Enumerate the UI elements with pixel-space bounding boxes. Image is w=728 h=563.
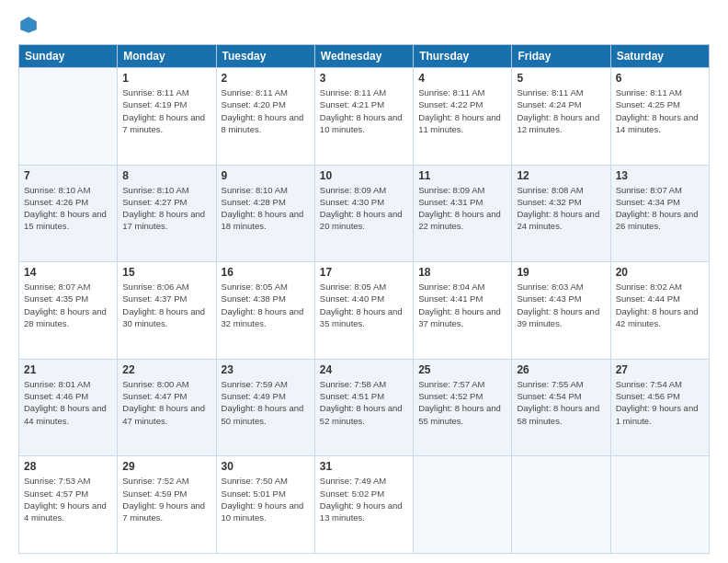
- table-row: [512, 456, 610, 554]
- day-number: 5: [517, 72, 605, 85]
- calendar-week-2: 7 Sunrise: 8:10 AMSunset: 4:26 PMDayligh…: [19, 165, 710, 262]
- day-info: Sunrise: 7:54 AMSunset: 4:56 PMDaylight:…: [616, 378, 704, 427]
- day-number: 28: [24, 460, 112, 473]
- day-number: 29: [122, 460, 210, 473]
- table-row: 11 Sunrise: 8:09 AMSunset: 4:31 PMDaylig…: [414, 165, 512, 262]
- table-row: 16 Sunrise: 8:05 AMSunset: 4:38 PMDaylig…: [216, 262, 314, 360]
- calendar-week-4: 21 Sunrise: 8:01 AMSunset: 4:46 PMDaylig…: [19, 359, 710, 456]
- table-row: 24 Sunrise: 7:58 AMSunset: 4:51 PMDaylig…: [314, 359, 413, 456]
- col-header-sunday: Sunday: [19, 45, 118, 68]
- day-number: 18: [418, 266, 506, 279]
- calendar-table: SundayMondayTuesdayWednesdayThursdayFrid…: [18, 44, 710, 554]
- day-number: 27: [616, 363, 704, 376]
- day-info: Sunrise: 8:11 AMSunset: 4:19 PMDaylight:…: [122, 86, 210, 135]
- day-number: 15: [122, 266, 210, 279]
- day-number: 31: [320, 460, 408, 473]
- day-info: Sunrise: 8:03 AMSunset: 4:43 PMDaylight:…: [517, 281, 605, 329]
- day-number: 20: [616, 266, 704, 279]
- table-row: 3 Sunrise: 8:11 AMSunset: 4:21 PMDayligh…: [314, 68, 413, 166]
- day-info: Sunrise: 7:59 AMSunset: 4:49 PMDaylight:…: [222, 378, 310, 427]
- table-row: 21 Sunrise: 8:01 AMSunset: 4:46 PMDaylig…: [19, 359, 118, 456]
- logo: [18, 15, 40, 35]
- col-header-wednesday: Wednesday: [314, 45, 413, 68]
- day-info: Sunrise: 8:01 AMSunset: 4:46 PMDaylight:…: [24, 378, 112, 427]
- day-info: Sunrise: 8:05 AMSunset: 4:40 PMDaylight:…: [320, 281, 408, 329]
- day-number: 12: [517, 169, 605, 182]
- day-info: Sunrise: 8:10 AMSunset: 4:26 PMDaylight:…: [24, 184, 112, 233]
- table-row: 13 Sunrise: 8:07 AMSunset: 4:34 PMDaylig…: [610, 165, 709, 262]
- day-info: Sunrise: 8:11 AMSunset: 4:22 PMDaylight:…: [418, 86, 506, 135]
- day-info: Sunrise: 8:09 AMSunset: 4:30 PMDaylight:…: [320, 184, 408, 233]
- day-info: Sunrise: 8:10 AMSunset: 4:28 PMDaylight:…: [222, 184, 310, 233]
- page: SundayMondayTuesdayWednesdayThursdayFrid…: [0, 0, 728, 563]
- table-row: 30 Sunrise: 7:50 AMSunset: 5:01 PMDaylig…: [216, 456, 314, 554]
- table-row: 18 Sunrise: 8:04 AMSunset: 4:41 PMDaylig…: [414, 262, 512, 360]
- day-number: 11: [418, 169, 506, 182]
- day-info: Sunrise: 8:06 AMSunset: 4:37 PMDaylight:…: [122, 281, 210, 329]
- day-info: Sunrise: 8:11 AMSunset: 4:25 PMDaylight:…: [616, 86, 704, 135]
- table-row: 2 Sunrise: 8:11 AMSunset: 4:20 PMDayligh…: [216, 68, 314, 166]
- day-number: 10: [320, 169, 408, 182]
- day-number: 21: [24, 363, 112, 376]
- table-row: 25 Sunrise: 7:57 AMSunset: 4:52 PMDaylig…: [414, 359, 512, 456]
- day-number: 14: [24, 266, 112, 279]
- day-info: Sunrise: 8:11 AMSunset: 4:24 PMDaylight:…: [517, 86, 605, 135]
- col-header-monday: Monday: [118, 45, 216, 68]
- table-row: 26 Sunrise: 7:55 AMSunset: 4:54 PMDaylig…: [512, 359, 610, 456]
- day-number: 25: [418, 363, 506, 376]
- day-number: 17: [320, 266, 408, 279]
- table-row: 6 Sunrise: 8:11 AMSunset: 4:25 PMDayligh…: [610, 68, 709, 166]
- table-row: 9 Sunrise: 8:10 AMSunset: 4:28 PMDayligh…: [216, 165, 314, 262]
- day-number: 4: [418, 72, 506, 85]
- day-info: Sunrise: 7:57 AMSunset: 4:52 PMDaylight:…: [418, 378, 506, 427]
- day-number: 23: [222, 363, 310, 376]
- day-number: 16: [222, 266, 310, 279]
- day-info: Sunrise: 7:50 AMSunset: 5:01 PMDaylight:…: [222, 475, 310, 523]
- col-header-friday: Friday: [512, 45, 610, 68]
- day-info: Sunrise: 8:00 AMSunset: 4:47 PMDaylight:…: [122, 378, 210, 427]
- table-row: 8 Sunrise: 8:10 AMSunset: 4:27 PMDayligh…: [118, 165, 216, 262]
- day-number: 26: [517, 363, 605, 376]
- table-row: 20 Sunrise: 8:02 AMSunset: 4:44 PMDaylig…: [610, 262, 709, 360]
- day-number: 30: [222, 460, 310, 473]
- table-row: 23 Sunrise: 7:59 AMSunset: 4:49 PMDaylig…: [216, 359, 314, 456]
- day-number: 19: [517, 266, 605, 279]
- table-row: 27 Sunrise: 7:54 AMSunset: 4:56 PMDaylig…: [610, 359, 709, 456]
- table-row: 1 Sunrise: 8:11 AMSunset: 4:19 PMDayligh…: [118, 68, 216, 166]
- day-number: 24: [320, 363, 408, 376]
- header: [18, 15, 710, 35]
- day-number: 2: [222, 72, 310, 85]
- logo-icon: [18, 15, 39, 35]
- day-info: Sunrise: 7:52 AMSunset: 4:59 PMDaylight:…: [122, 475, 210, 523]
- table-row: 31 Sunrise: 7:49 AMSunset: 5:02 PMDaylig…: [314, 456, 413, 554]
- day-info: Sunrise: 8:02 AMSunset: 4:44 PMDaylight:…: [616, 281, 704, 329]
- day-number: 9: [222, 169, 310, 182]
- col-header-saturday: Saturday: [610, 45, 709, 68]
- day-info: Sunrise: 8:08 AMSunset: 4:32 PMDaylight:…: [517, 184, 605, 233]
- table-row: 19 Sunrise: 8:03 AMSunset: 4:43 PMDaylig…: [512, 262, 610, 360]
- day-number: 13: [616, 169, 704, 182]
- day-info: Sunrise: 8:07 AMSunset: 4:34 PMDaylight:…: [616, 184, 704, 233]
- table-row: 5 Sunrise: 8:11 AMSunset: 4:24 PMDayligh…: [512, 68, 610, 166]
- table-row: 29 Sunrise: 7:52 AMSunset: 4:59 PMDaylig…: [118, 456, 216, 554]
- day-number: 22: [122, 363, 210, 376]
- header-row: SundayMondayTuesdayWednesdayThursdayFrid…: [19, 45, 710, 68]
- table-row: [414, 456, 512, 554]
- calendar-week-5: 28 Sunrise: 7:53 AMSunset: 4:57 PMDaylig…: [19, 456, 710, 554]
- day-number: 6: [616, 72, 704, 85]
- day-number: 1: [122, 72, 210, 85]
- day-info: Sunrise: 8:10 AMSunset: 4:27 PMDaylight:…: [122, 184, 210, 233]
- col-header-tuesday: Tuesday: [216, 45, 314, 68]
- table-row: 14 Sunrise: 8:07 AMSunset: 4:35 PMDaylig…: [19, 262, 118, 360]
- day-info: Sunrise: 8:05 AMSunset: 4:38 PMDaylight:…: [222, 281, 310, 329]
- table-row: 15 Sunrise: 8:06 AMSunset: 4:37 PMDaylig…: [118, 262, 216, 360]
- table-row: [610, 456, 709, 554]
- table-row: 10 Sunrise: 8:09 AMSunset: 4:30 PMDaylig…: [314, 165, 413, 262]
- day-number: 8: [122, 169, 210, 182]
- day-info: Sunrise: 8:11 AMSunset: 4:21 PMDaylight:…: [320, 86, 408, 135]
- day-info: Sunrise: 8:11 AMSunset: 4:20 PMDaylight:…: [222, 86, 310, 135]
- table-row: 22 Sunrise: 8:00 AMSunset: 4:47 PMDaylig…: [118, 359, 216, 456]
- table-row: 12 Sunrise: 8:08 AMSunset: 4:32 PMDaylig…: [512, 165, 610, 262]
- calendar-week-3: 14 Sunrise: 8:07 AMSunset: 4:35 PMDaylig…: [19, 262, 710, 360]
- day-info: Sunrise: 7:58 AMSunset: 4:51 PMDaylight:…: [320, 378, 408, 427]
